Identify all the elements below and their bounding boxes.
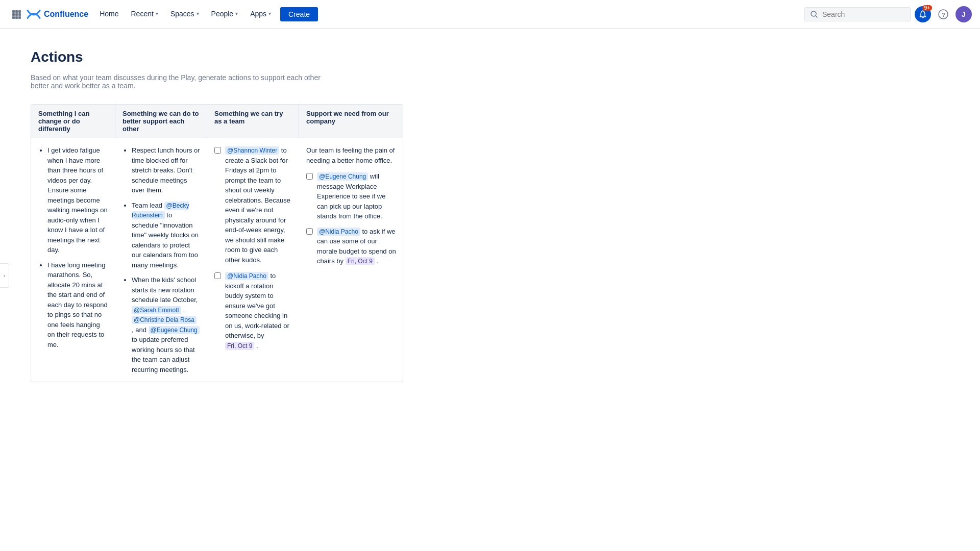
col4-item-1: @Eugene Chung will message Workplace Exp… bbox=[306, 171, 397, 221]
table-cell-col4: Our team is feeling the pain of needing … bbox=[299, 138, 403, 382]
search-input[interactable] bbox=[822, 10, 905, 18]
table-header-col1: Something I can change or do differently bbox=[31, 105, 115, 138]
nav-recent[interactable]: Recent ▾ bbox=[126, 0, 163, 29]
col2-item-3: When the kids' school starts its new rot… bbox=[132, 275, 200, 374]
recent-chevron-icon: ▾ bbox=[156, 11, 158, 16]
table-header-col4: Support we need from our company bbox=[299, 105, 403, 138]
col1-item-2: I have long meeting marathons. So, alloc… bbox=[47, 260, 108, 350]
svg-rect-5 bbox=[18, 13, 21, 16]
page-title: Actions bbox=[31, 49, 949, 65]
search-box[interactable] bbox=[804, 7, 911, 21]
help-icon: ? bbox=[938, 9, 948, 19]
table-header-col2: Something we can do to better support ea… bbox=[115, 105, 207, 138]
create-button[interactable]: Create bbox=[280, 7, 318, 21]
svg-rect-3 bbox=[12, 13, 15, 16]
nav-home[interactable]: Home bbox=[94, 0, 124, 29]
col4-intro-text: Our team is feeling the pain of needing … bbox=[306, 145, 397, 165]
col4-checkbox-2[interactable] bbox=[306, 228, 313, 235]
col3-checkbox-2[interactable] bbox=[214, 272, 221, 279]
bell-icon bbox=[918, 10, 927, 19]
nav-spaces[interactable]: Spaces ▾ bbox=[165, 0, 204, 29]
nav-people[interactable]: People ▾ bbox=[206, 0, 243, 29]
mention-shannon[interactable]: @Shannon Winter bbox=[225, 146, 279, 155]
col2-item-2: Team lead @Becky Rubenstein to schedule … bbox=[132, 201, 200, 270]
mention-eugene-col4[interactable]: @Eugene Chung bbox=[317, 172, 368, 181]
svg-text:?: ? bbox=[942, 12, 945, 18]
svg-rect-7 bbox=[15, 16, 18, 19]
col2-list: Respect lunch hours or time blocked off … bbox=[122, 145, 200, 374]
nav-apps[interactable]: Apps ▾ bbox=[245, 0, 276, 29]
col2-item-1: Respect lunch hours or time blocked off … bbox=[132, 145, 200, 195]
svg-rect-1 bbox=[15, 10, 18, 13]
svg-rect-0 bbox=[12, 10, 15, 13]
table-cell-col2: Respect lunch hours or time blocked off … bbox=[115, 138, 207, 382]
table-header-col3: Something we can try as a team bbox=[207, 105, 299, 138]
actions-table: Something I can change or do differently… bbox=[31, 104, 403, 382]
table-cell-col1: I get video fatigue when I have more tha… bbox=[31, 138, 115, 382]
table-cell-col3: @Shannon Winter to create a Slack bot fo… bbox=[207, 138, 299, 382]
confluence-logo[interactable]: Confluence bbox=[27, 7, 88, 21]
col4-item-2: @Nidia Pacho to ask if we can use some o… bbox=[306, 227, 397, 266]
people-chevron-icon: ▾ bbox=[235, 11, 238, 16]
mention-eugene-col2[interactable]: @Eugene Chung bbox=[149, 326, 200, 334]
col1-list: I get video fatigue when I have more tha… bbox=[38, 145, 108, 349]
sidebar-expand-icon: › bbox=[4, 273, 5, 279]
logo-text: Confluence bbox=[44, 10, 88, 19]
col4-checkbox-1[interactable] bbox=[306, 173, 313, 180]
col1-item-1: I get video fatigue when I have more tha… bbox=[47, 145, 108, 255]
search-icon bbox=[810, 10, 818, 18]
top-navigation: Confluence Home Recent ▾ Spaces ▾ People… bbox=[0, 0, 980, 29]
nav-left: Confluence Home Recent ▾ Spaces ▾ People… bbox=[8, 0, 318, 29]
notification-badge: 9+ bbox=[922, 5, 932, 11]
mention-christine[interactable]: @Christine Dela Rosa bbox=[132, 316, 197, 324]
main-content: Actions Based on what your team discusse… bbox=[0, 29, 980, 551]
mention-becky[interactable]: @Becky Rubenstein bbox=[132, 202, 189, 220]
apps-grid-button[interactable] bbox=[8, 6, 24, 22]
col3-checkbox-1[interactable] bbox=[214, 147, 221, 154]
svg-rect-6 bbox=[12, 16, 15, 19]
apps-chevron-icon: ▾ bbox=[268, 11, 271, 16]
help-button[interactable]: ? bbox=[935, 6, 951, 22]
mention-nidia-col4[interactable]: @Nidia Pacho bbox=[317, 228, 360, 236]
notification-button[interactable]: 9+ bbox=[915, 6, 931, 22]
mention-nidia-col3[interactable]: @Nidia Pacho bbox=[225, 272, 268, 280]
col3-item-2: @Nidia Pacho to kickoff a rotation buddy… bbox=[214, 271, 292, 350]
nav-right: 9+ ? J bbox=[804, 6, 972, 22]
col3-item-1: @Shannon Winter to create a Slack bot fo… bbox=[214, 145, 292, 265]
mention-sarah[interactable]: @Sarah Emmott bbox=[132, 306, 181, 314]
user-avatar[interactable]: J bbox=[955, 6, 972, 22]
date-tag-col3: Fri, Oct 9 bbox=[225, 342, 254, 350]
svg-rect-8 bbox=[18, 16, 21, 19]
sidebar-toggle-button[interactable]: › bbox=[0, 263, 9, 288]
date-tag-col4: Fri, Oct 9 bbox=[346, 257, 375, 265]
svg-rect-2 bbox=[18, 10, 21, 13]
svg-rect-4 bbox=[15, 13, 18, 16]
page-description: Based on what your team discusses during… bbox=[31, 73, 337, 90]
table-body-row: I get video fatigue when I have more tha… bbox=[31, 138, 403, 382]
table-header-row: Something I can change or do differently… bbox=[31, 105, 403, 138]
spaces-chevron-icon: ▾ bbox=[197, 11, 199, 16]
